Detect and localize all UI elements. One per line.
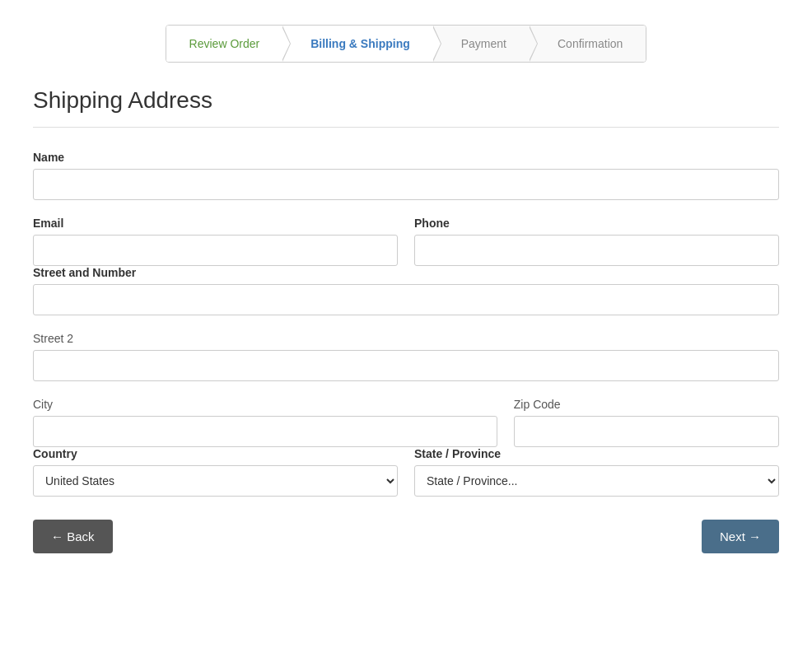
email-label: Email (33, 217, 398, 230)
phone-label: Phone (414, 217, 779, 230)
next-button-label: Next → (720, 529, 761, 543)
city-label: City (33, 398, 497, 411)
form-buttons: ← Back Next → (33, 520, 779, 553)
street2-label: Street 2 (33, 332, 779, 345)
phone-input[interactable] (414, 235, 779, 266)
step-billing-shipping[interactable]: Billing & Shipping (282, 26, 433, 62)
street-label: Street and Number (33, 266, 779, 279)
email-group: Email (33, 217, 398, 266)
phone-group: Phone (414, 217, 779, 266)
email-phone-row: Email Phone (33, 217, 779, 266)
city-zip-row: City Zip Code (33, 398, 779, 447)
name-group: Name (33, 151, 779, 200)
page-title: Shipping Address (33, 87, 779, 114)
steps-nav: Review Order Billing & Shipping Payment … (166, 25, 647, 63)
step-billing-shipping-label: Billing & Shipping (310, 37, 410, 50)
zip-label: Zip Code (514, 398, 779, 411)
city-group: City (33, 398, 497, 447)
state-group: State / Province State / Province...Alab… (414, 447, 779, 497)
next-button[interactable]: Next → (702, 520, 779, 553)
street-input[interactable] (33, 284, 779, 315)
street2-input[interactable] (33, 350, 779, 381)
step-confirmation[interactable]: Confirmation (530, 26, 646, 62)
step-payment[interactable]: Payment (433, 26, 530, 62)
checkout-steps: Review Order Billing & Shipping Payment … (33, 25, 779, 63)
back-button[interactable]: ← Back (33, 520, 113, 553)
name-input[interactable] (33, 169, 779, 200)
city-input[interactable] (33, 416, 497, 447)
step-payment-label: Payment (461, 37, 506, 50)
shipping-address-form: Name Email Phone Street and Number Stree… (33, 151, 779, 497)
street-group: Street and Number (33, 266, 779, 315)
country-state-row: Country United StatesCanadaUnited Kingdo… (33, 447, 779, 497)
country-group: Country United StatesCanadaUnited Kingdo… (33, 447, 398, 497)
email-input[interactable] (33, 235, 398, 266)
zip-input[interactable] (514, 416, 779, 447)
step-confirmation-label: Confirmation (558, 37, 623, 50)
title-divider (33, 127, 779, 128)
street2-group: Street 2 (33, 332, 779, 381)
step-review-order-label: Review Order (189, 37, 260, 50)
country-label: Country (33, 447, 398, 460)
zip-group: Zip Code (514, 398, 779, 447)
state-select[interactable]: State / Province...AlabamaAlaskaArizonaA… (414, 465, 779, 497)
back-button-label: ← Back (51, 529, 95, 543)
name-label: Name (33, 151, 779, 164)
country-select[interactable]: United StatesCanadaUnited KingdomAustral… (33, 465, 398, 497)
state-label: State / Province (414, 447, 779, 460)
step-review-order[interactable]: Review Order (166, 26, 283, 62)
